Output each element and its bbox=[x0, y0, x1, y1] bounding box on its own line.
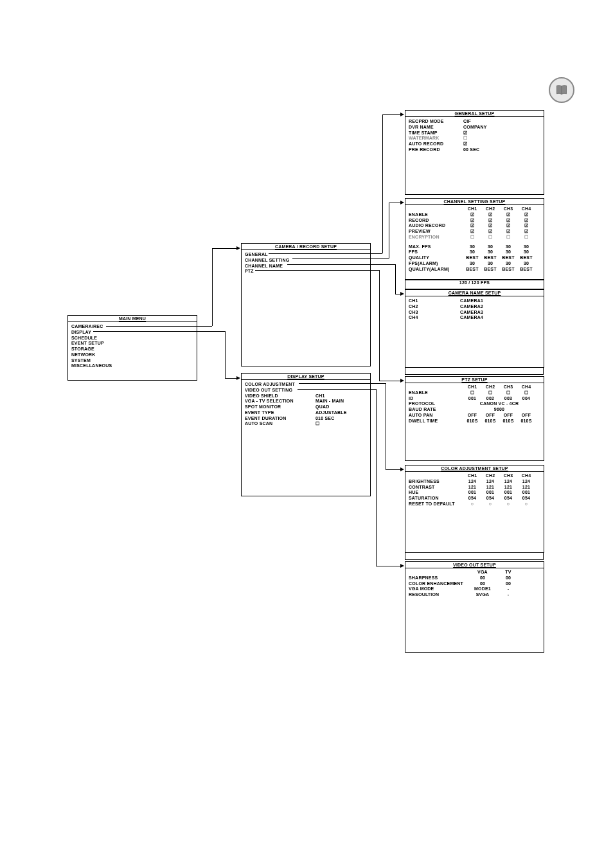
camera-name-row[interactable]: CH1CAMERA1 bbox=[409, 298, 540, 304]
color-row[interactable]: BRIGHTNESS124124124124 bbox=[409, 479, 540, 485]
arrow-head-icon bbox=[400, 201, 404, 204]
connector-line bbox=[287, 264, 395, 265]
connector-line bbox=[225, 331, 226, 378]
video-out-row[interactable]: VGA MODEMODE1- bbox=[409, 586, 540, 592]
channel-row[interactable]: MAX. FPS30303030 bbox=[409, 244, 540, 250]
color-row[interactable]: CONTRAST121121121121 bbox=[409, 485, 540, 491]
main-menu-item[interactable]: STORAGE bbox=[71, 347, 193, 352]
display-setup-row[interactable]: SPOT MONITORQUAD bbox=[245, 404, 367, 410]
connector-line bbox=[292, 258, 389, 259]
channel-row[interactable]: PREVIEW☑☑☑☑ bbox=[409, 229, 540, 235]
channel-row[interactable]: QUALITYBESTBESTBESTBEST bbox=[409, 255, 540, 261]
general-setup-row[interactable]: WATERMARK☐ bbox=[409, 136, 540, 141]
ptz-title: PTZ SETUP bbox=[405, 377, 544, 383]
connector-line bbox=[395, 264, 396, 294]
display-setup-row[interactable]: VGA - TV SELECTIONMAIN - MAIN bbox=[245, 399, 367, 404]
connector-line bbox=[298, 389, 376, 390]
main-menu-item[interactable]: CAMERA/REC bbox=[71, 324, 193, 330]
video-out-title: VIDEO OUT SETUP bbox=[405, 562, 544, 568]
display-setup-row[interactable]: VIDEO SHIELDCH1 bbox=[245, 393, 367, 399]
arrow-head-icon bbox=[400, 467, 404, 471]
main-menu-item[interactable]: MISCELLANEOUS bbox=[71, 363, 193, 369]
channel-setting-title: CHANNEL SETTING SETUP bbox=[405, 199, 544, 205]
general-setup-row[interactable]: PRE RECORD00 SEC bbox=[409, 147, 540, 153]
connector-line bbox=[382, 114, 383, 253]
connector-line bbox=[389, 203, 389, 258]
general-setup-row[interactable]: AUTO RECORD☑ bbox=[409, 141, 540, 147]
ptz-row[interactable]: ID001002003004 bbox=[409, 396, 540, 402]
connector-line bbox=[386, 383, 386, 469]
general-setup-title: GENERAL SETUP bbox=[405, 111, 544, 117]
video-out-row[interactable]: RESOULTIONSVGA- bbox=[409, 592, 540, 598]
general-setup-row[interactable]: DVR NAMECOMPANY bbox=[409, 125, 540, 131]
channel-setting-footer: 120 / 120 FPS bbox=[405, 280, 544, 289]
color-adj-title: COLOR ADJUSTMENT SETUP bbox=[405, 466, 544, 472]
main-menu-item[interactable]: EVENT SETUP bbox=[71, 341, 193, 347]
connector-line bbox=[212, 248, 238, 249]
camera-record-panel: CAMERA / RECORD SETUP GENERALCHANNEL SET… bbox=[241, 243, 371, 366]
connector-line bbox=[379, 270, 380, 381]
connector-line bbox=[269, 253, 382, 254]
arrow-head-icon bbox=[400, 113, 404, 116]
open-box-1 bbox=[405, 368, 544, 375]
open-box-2 bbox=[405, 553, 544, 560]
channel-row[interactable]: ENCRYPTION☐☐☐☐ bbox=[409, 235, 540, 240]
camera-name-row[interactable]: CH3CAMERA3 bbox=[409, 310, 540, 316]
channel-row[interactable]: FPS30303030 bbox=[409, 249, 540, 255]
main-menu-item[interactable]: NETWORK bbox=[71, 352, 193, 358]
color-row[interactable]: SATURATION054054054054 bbox=[409, 496, 540, 502]
connector-line bbox=[225, 378, 238, 379]
display-setup-panel: DISPLAY SETUP COLOR ADJUSTMENTVIDEO OUT … bbox=[241, 373, 371, 496]
connector-line bbox=[106, 326, 212, 327]
channel-row[interactable]: QUALITY(ALARM)BESTBESTBESTBEST bbox=[409, 267, 540, 273]
camera-name-title: CAMERA NAME SETUP bbox=[405, 290, 544, 296]
main-menu-title: MAIN MENU bbox=[68, 316, 197, 322]
channel-row[interactable]: AUDIO RECORD☑☑☑☑ bbox=[409, 223, 540, 229]
display-setup-title: DISPLAY SETUP bbox=[242, 374, 370, 380]
general-setup-row[interactable]: TIME STAMP☑ bbox=[409, 131, 540, 136]
camera-record-title: CAMERA / RECORD SETUP bbox=[242, 244, 370, 250]
camera-name-panel: CAMERA NAME SETUP CH1CAMERA1CH2CAMERA2CH… bbox=[405, 289, 544, 368]
color-row[interactable]: RESET TO DEFAULT○○○○ bbox=[409, 502, 540, 507]
main-menu-item[interactable]: SCHEDULE bbox=[71, 336, 193, 341]
video-out-row[interactable]: COLOR ENHANCEMENT0000 bbox=[409, 581, 540, 587]
main-menu-panel: MAIN MENU CAMERA/RECDISPLAYSCHEDULEEVENT… bbox=[67, 315, 197, 381]
channel-row[interactable]: RECORD☑☑☑☑ bbox=[409, 218, 540, 224]
connector-line bbox=[93, 331, 225, 332]
channel-setting-panel: CHANNEL SETTING SETUP CH1CH2CH3CH4ENABLE… bbox=[405, 198, 544, 280]
display-setup-row[interactable]: EVENT DURATION010 SEC bbox=[245, 416, 367, 422]
connector-line bbox=[212, 248, 213, 326]
video-out-panel: VIDEO OUT SETUP VGATVSHARPNESS0000COLOR … bbox=[405, 561, 544, 653]
ptz-row[interactable]: AUTO PANOFFOFFOFFOFF bbox=[409, 413, 540, 419]
arrow-head-icon bbox=[236, 246, 240, 250]
camera-name-row[interactable]: CH2CAMERA2 bbox=[409, 304, 540, 310]
channel-row[interactable]: ENABLE☑☑☑☑ bbox=[409, 212, 540, 218]
arrow-head-icon bbox=[400, 379, 404, 383]
connector-line bbox=[379, 381, 402, 381]
ptz-row[interactable]: ENABLE☐☐☐☐ bbox=[409, 390, 540, 396]
ptz-row[interactable]: PROTOCOLCANON VC - 4CR bbox=[409, 401, 540, 407]
display-setup-row[interactable]: AUTO SCAN☐ bbox=[245, 421, 367, 427]
ptz-panel: PTZ SETUP CH1CH2CH3CH4ENABLE☐☐☐☐ID001002… bbox=[405, 376, 544, 461]
connector-line bbox=[376, 566, 402, 566]
ptz-row[interactable]: DWELL TIME010S010S010S010S bbox=[409, 419, 540, 424]
camera-name-row[interactable]: CH4CAMERA4 bbox=[409, 315, 540, 321]
connector-line bbox=[389, 203, 402, 203]
channel-row[interactable]: FPS(ALARM)30303030 bbox=[409, 261, 540, 267]
connector-line bbox=[299, 383, 386, 384]
ptz-row[interactable]: BAUD RATE9600 bbox=[409, 407, 540, 413]
general-setup-row[interactable]: RECPRD MODECIF bbox=[409, 119, 540, 125]
general-setup-panel: GENERAL SETUP RECPRD MODECIFDVR NAMECOMP… bbox=[405, 110, 544, 195]
main-menu-item[interactable]: SYSTEM bbox=[71, 358, 193, 364]
color-row[interactable]: HUE001001001001 bbox=[409, 490, 540, 496]
connector-line bbox=[382, 114, 402, 115]
video-out-row[interactable]: SHARPNESS0000 bbox=[409, 575, 540, 581]
arrow-head-icon bbox=[400, 564, 404, 568]
arrow-head-icon bbox=[236, 376, 240, 380]
arrow-head-icon bbox=[400, 292, 404, 296]
connector-line bbox=[376, 389, 377, 566]
color-adj-panel: COLOR ADJUSTMENT SETUP CH1CH2CH3CH4BRIGH… bbox=[405, 465, 544, 553]
display-setup-row[interactable]: EVENT TYPEADJUSTABLE bbox=[245, 410, 367, 416]
book-icon bbox=[549, 77, 574, 103]
connector-line bbox=[386, 469, 402, 470]
